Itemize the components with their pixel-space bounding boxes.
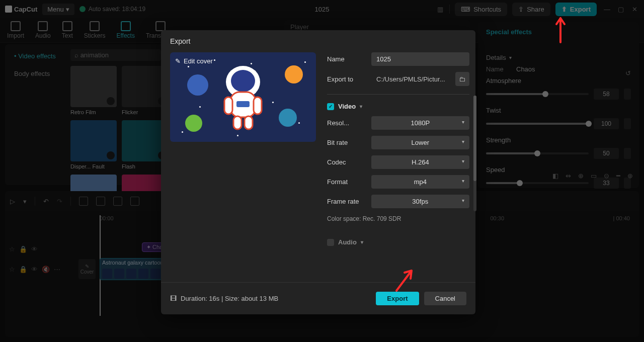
dialog-title: Export <box>161 30 475 52</box>
checkbox-icon: ✓ <box>327 239 334 246</box>
export-confirm-button[interactable]: Export <box>376 292 419 305</box>
edit-cover-button[interactable]: ✎Edit cover <box>175 57 213 65</box>
svg-point-1 <box>231 70 255 92</box>
export-info: 🎞Duration: 16s | Size: about 13 MB <box>170 295 278 302</box>
chevron-down-icon: ▾ <box>360 104 362 109</box>
export-path: C:/Users/PMLS/Pictur... <box>371 72 450 86</box>
film-icon: 🎞 <box>170 295 177 302</box>
export-name-input[interactable]: 1025 <box>371 52 469 66</box>
format-select[interactable]: mp4 <box>371 175 469 189</box>
pencil-icon: ✎ <box>175 57 181 65</box>
codec-select[interactable]: H.264 <box>371 155 469 169</box>
astronaut-illustration <box>215 62 271 132</box>
cover-preview: ✎Edit cover <box>170 52 316 142</box>
chevron-down-icon: ▾ <box>361 239 363 245</box>
checkbox-icon: ✓ <box>327 103 334 110</box>
export-dialog: Export ✎Edit cover <box>161 30 475 314</box>
svg-rect-6 <box>233 116 242 129</box>
svg-rect-7 <box>245 116 253 129</box>
svg-rect-3 <box>236 101 250 107</box>
framerate-select[interactable]: 30fps <box>371 195 469 208</box>
color-space-note: Color space: Rec. 709 SDR <box>327 215 469 222</box>
resolution-select[interactable]: 1080P <box>371 116 469 130</box>
bitrate-select[interactable]: Lower <box>371 136 469 149</box>
video-section-toggle[interactable]: ✓Video▾ <box>327 103 469 110</box>
browse-button[interactable]: 🗀 <box>455 72 469 86</box>
folder-icon: 🗀 <box>459 75 465 83</box>
audio-section-toggle[interactable]: ✓Audio▾ <box>327 238 469 246</box>
svg-rect-5 <box>254 97 262 114</box>
dialog-scrollbar[interactable] <box>473 96 476 211</box>
cancel-button[interactable]: Cancel <box>424 292 466 305</box>
svg-rect-4 <box>224 97 232 114</box>
